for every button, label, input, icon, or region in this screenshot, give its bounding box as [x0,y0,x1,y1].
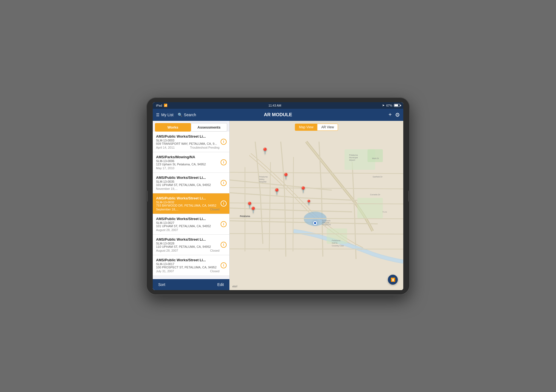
svg-text:Cornelis Dr: Cornelis Dr [370,193,380,196]
info-button[interactable]: i [221,139,227,145]
item-title: AMS/Public Works/Street Li... [156,237,219,241]
item-address: 101 UPHAM ST, PETALUMA, CA, 94952 [156,183,219,187]
info-button[interactable]: i [221,201,227,207]
item-status: Closed [210,269,219,273]
item-address: 793 BAYWOOD DR, PETALUMA, CA, 94952 [156,204,219,207]
svg-text:Petaluma: Petaluma [259,175,268,178]
search-button[interactable]: 🔍 Search [178,113,196,117]
location-icon: ➤ [382,104,385,107]
svg-rect-3 [357,198,383,218]
my-list-button[interactable]: ☰ My List [156,113,173,117]
svg-text:Municipal: Municipal [349,156,358,159]
list-item[interactable]: AMS/Public Works/Street Li... SLM-13-002… [153,214,229,235]
chevron-up-icon: ⏫ [391,277,395,282]
nav-bar: ☰ My List 🔍 Search AR MODULE + ⚙ [153,109,403,121]
list-item[interactable]: AMS/Parks/Mowing/NA SLM-13-0006 123 Upha… [153,152,229,173]
svg-text:Valley: Valley [259,178,265,180]
item-title: AMS/Public Works/Street Li... [156,196,219,200]
settings-button[interactable]: ⚙ [395,112,400,118]
main-content: Works Assessments AMS/Public Works/Stree… [153,121,403,290]
left-panel: Works Assessments AMS/Public Works/Stree… [153,121,230,290]
svg-text:Garfield Dr: Garfield Dr [372,175,382,178]
item-address: 123 Upham St, Petaluma, CA, 94952 [156,163,219,166]
item-meta: November 19,... [156,187,219,190]
esri-watermark: esri [232,285,237,288]
svg-text:Country Club: Country Club [332,244,344,247]
map-pin[interactable]: 📍 [261,148,269,155]
item-title: AMS/Public Works/Street Li... [156,176,219,180]
item-id: SLM-13-0027 [156,221,219,224]
item-meta: September 18,... Closed [156,208,219,211]
item-meta: August 28, 2007 Closed [156,249,219,252]
item-date: November 19,... [156,187,177,190]
map-pin[interactable]: 📍 [273,188,280,195]
list-item[interactable]: AMS/Public Works/Street Li... SLM-13-000… [153,132,229,152]
item-title: AMS/Public Works/Street Li... [156,217,219,221]
info-button[interactable]: i [221,242,227,248]
map-view-toggle: Map View AR View [295,124,338,131]
bottom-bar: Sort Edit [153,279,229,290]
volume-button[interactable] [146,191,148,202]
item-address: 100 PROSPECT ST, PETALUMA, CA, 94952 [156,266,219,269]
scroll-up-button[interactable]: ⏫ [388,275,398,285]
svg-text:Airport: Airport [349,159,355,161]
info-button[interactable]: i [221,159,227,165]
list-item[interactable]: AMS/Public Works/Street Li... SLM-13-003… [153,173,229,193]
map-pin[interactable]: 📍 [282,173,290,180]
item-date: July 31, 2007 [156,269,174,273]
map-pin[interactable]: 📍 [249,207,257,214]
svg-text:Park and: Park and [322,222,329,224]
app-title: AR MODULE [264,112,292,117]
power-button[interactable] [408,191,410,202]
sort-button[interactable]: Sort [158,282,165,287]
item-date: September 18,... [156,208,178,211]
item-id: SLM-13-0032 [156,201,219,204]
item-title: AMS/Public Works/Street Li... [156,258,219,262]
svg-text:71 m: 71 m [382,211,387,213]
item-date: April 14, 2011 [156,146,175,149]
map-view-button[interactable]: Map View [295,124,317,131]
list-item[interactable]: AMS/Public Works/Street Li... SLM-13-003… [153,193,229,214]
item-status: Closed [210,249,219,252]
map-pin[interactable]: 📍 [306,199,312,205]
map-pin[interactable]: 📍 [299,186,307,193]
add-button[interactable]: + [388,112,392,118]
svg-text:Golf &: Golf & [332,242,338,244]
tab-works[interactable]: Works [155,123,191,132]
list-item[interactable]: AMS/Public Works/Street Li... SLM-13-001… [153,255,229,276]
status-time: 11:43 AM [268,104,281,107]
map-panel: Map View AR View [230,121,403,290]
item-address: 101 UPHAM ST, PETALUMA, CA, 94952 [156,224,219,228]
info-button[interactable]: i [221,221,227,227]
ipad-screen: iPad 📶 11:43 AM ➤ 67% ☰ My List [153,102,403,290]
ar-view-button[interactable]: AR View [317,124,338,131]
item-title: AMS/Public Works/Street Li... [156,134,219,138]
item-status: Closed [210,208,219,211]
svg-text:Petaluma: Petaluma [332,239,341,242]
svg-text:Kenilworth: Kenilworth [322,219,330,221]
list-icon: ☰ [156,113,160,117]
battery-percent: 67% [386,104,392,107]
item-id: SLM-13-0017 [156,262,219,266]
item-meta: May 17, 2010 [156,166,219,170]
item-date: May 17, 2010 [156,166,174,170]
item-id: SLM-13-0035 [156,180,219,183]
svg-rect-2 [368,149,383,162]
item-meta: July 31, 2007 Closed [156,269,219,273]
svg-text:Marin Dr: Marin Dr [372,157,379,159]
info-button[interactable]: i [221,180,227,186]
status-bar: iPad 📶 11:43 AM ➤ 67% [153,102,403,109]
edit-button[interactable]: Edit [217,282,224,287]
item-id: SLM-13-0028 [156,242,219,245]
info-button[interactable]: i [221,262,227,268]
tab-assessments[interactable]: Assessments [191,123,227,132]
item-meta: April 14, 2011 Troubleshoot Pending [156,146,219,149]
works-list: AMS/Public Works/Street Li... SLM-13-000… [153,132,229,279]
wifi-icon: 📶 [164,104,168,107]
tab-bar: Works Assessments [153,121,229,132]
item-id: SLM-13-0006 [156,159,219,163]
map-svg: Petaluma Municipal Airport Marin Dr Peta… [230,121,403,290]
ipad-frame: iPad 📶 11:43 AM ➤ 67% ☰ My List [146,97,410,295]
svg-text:Petaluma: Petaluma [349,154,358,156]
list-item[interactable]: AMS/Public Works/Street Li... SLM-13-002… [153,235,229,255]
